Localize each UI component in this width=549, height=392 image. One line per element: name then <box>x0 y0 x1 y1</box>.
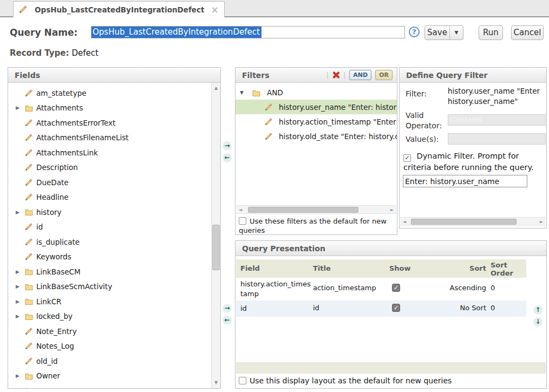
fields-tree-item[interactable]: Description <box>8 160 211 175</box>
fields-tree-item[interactable]: ▶Parent <box>8 383 211 388</box>
fields-tree-item[interactable]: ▶locked_by <box>8 309 211 324</box>
add-filter-button[interactable]: → <box>223 141 232 151</box>
layout-default-checkbox[interactable] <box>239 377 246 384</box>
fields-tree-item[interactable]: am_statetype <box>8 86 211 101</box>
layout-default-label: Use this display layout as the default f… <box>250 376 452 385</box>
fields-tree-item[interactable]: is_duplicate <box>8 234 211 250</box>
move-row-up-button[interactable]: ↑ <box>533 305 543 315</box>
scroll-up-icon[interactable]: ▲ <box>212 84 220 93</box>
fields-tree-item[interactable]: ▶Owner <box>8 369 211 384</box>
fields-scrollbar[interactable]: ▲ ▼ <box>211 83 220 388</box>
fields-tree-item[interactable]: id <box>8 220 211 235</box>
expand-icon[interactable]: ▶ <box>16 105 25 110</box>
filter-item[interactable]: history.action_timestamp "Enter: h <box>236 114 397 129</box>
filter-group-label: AND <box>267 88 283 97</box>
expand-icon[interactable]: ▶ <box>16 210 25 215</box>
presentation-panel-title: Query Presentation <box>242 244 325 253</box>
remove-display-field-button[interactable]: ← <box>223 316 232 325</box>
save-dropdown-icon[interactable]: ▼ <box>449 25 463 40</box>
prompt-text-input[interactable] <box>403 175 527 187</box>
define-hscrollbar[interactable]: ◄ ► <box>400 217 546 226</box>
scrollbar-thumb[interactable] <box>212 225 220 270</box>
fields-tree-item[interactable]: DueDate <box>8 175 211 190</box>
cancel-button[interactable]: Cancel <box>511 25 544 40</box>
table-row[interactable]: id id ✓ No Sort 0 <box>236 300 526 317</box>
add-display-field-button[interactable]: → <box>223 304 232 313</box>
fields-tree-item[interactable]: old_id <box>8 354 211 369</box>
filter-item-label: history.action_timestamp "Enter: h <box>279 117 397 126</box>
fields-tree-item[interactable]: AttachmentsErrorText <box>8 115 211 130</box>
fields-panel: Fields am_statetype▶AttachmentsAttachmen… <box>8 67 221 389</box>
expand-icon[interactable]: ▶ <box>16 269 25 275</box>
delete-filter-icon[interactable] <box>332 71 339 79</box>
scrollbar-thumb[interactable] <box>411 219 517 225</box>
scroll-left-icon[interactable]: ◄ <box>236 206 245 214</box>
fields-tree-item[interactable]: AttachmentsLink <box>8 145 211 160</box>
fields-tree-item[interactable]: AttachmentsFilenameList <box>8 130 211 146</box>
fields-tree-item[interactable]: Note_Entry <box>8 324 211 339</box>
filter-item[interactable]: history.user_name "Enter: history. <box>236 100 397 114</box>
pencil-icon <box>25 89 36 97</box>
table-row[interactable]: history.action_timestamp action_timestam… <box>236 278 526 300</box>
fields-tree-item[interactable]: Notes_Log <box>8 339 211 354</box>
run-button[interactable]: Run <box>479 25 503 40</box>
scroll-down-icon[interactable]: ▼ <box>212 378 220 387</box>
filters-default-checkbox[interactable] <box>239 217 246 225</box>
fields-tree-item[interactable]: Keywords <box>8 250 211 265</box>
filter-item[interactable]: history.old_state "Enter: history.ol <box>236 129 397 143</box>
scrollbar-thumb[interactable] <box>248 207 358 213</box>
dynamic-filter-checkbox[interactable]: ✓ <box>403 154 411 162</box>
pencil-icon <box>25 179 36 186</box>
remove-filter-button[interactable]: ← <box>223 153 232 162</box>
expand-icon[interactable]: ▶ <box>16 299 25 304</box>
save-button[interactable]: Save <box>424 25 450 40</box>
tab-close-icon[interactable]: × <box>211 6 218 14</box>
collapse-icon[interactable]: ▼ <box>240 90 249 95</box>
fields-tree-item[interactable]: ▶LinkBaseCM <box>8 264 211 279</box>
fields-tree-item[interactable]: Headline <box>8 190 211 205</box>
fields-tree-item-label: Attachments <box>36 103 83 112</box>
presentation-table-header: Field Title Show Sort Sort Order <box>236 259 526 278</box>
expand-icon[interactable]: ▶ <box>16 313 25 319</box>
scroll-left-icon[interactable]: ◄ <box>400 218 409 226</box>
filters-panel: Filters | | AND OR ▼ AND history.user_na… <box>235 67 397 235</box>
help-icon[interactable]: ? <box>409 27 420 37</box>
cell-sort[interactable]: No Sort <box>445 304 486 312</box>
filter-item-label: history.old_state "Enter: history.ol <box>279 132 397 141</box>
scroll-right-icon[interactable]: ► <box>388 206 396 214</box>
cell-sort-order[interactable]: 0 <box>491 284 495 292</box>
or-button[interactable]: OR <box>375 70 393 80</box>
fields-tree-item-label: Parent <box>36 387 60 388</box>
column-header-show[interactable]: Show <box>389 264 411 272</box>
fields-tree-item-label: Keywords <box>36 252 71 261</box>
column-header-title[interactable]: Title <box>313 264 331 272</box>
tab-query[interactable]: OpsHub_LastCreatedByIntegrationDefect × <box>13 1 225 17</box>
show-checkbox[interactable]: ✓ <box>392 304 400 312</box>
folder-icon <box>25 104 36 112</box>
fields-tree-item[interactable]: ▶LinkCR <box>8 294 211 309</box>
fields-tree-item[interactable]: ▶history <box>8 205 211 220</box>
expand-icon[interactable]: ▶ <box>16 284 25 289</box>
query-editor-window: OpsHub_LastCreatedByIntegrationDefect × … <box>0 0 549 392</box>
fields-tree-item-label: AttachmentsFilenameList <box>36 133 129 142</box>
column-header-sort[interactable]: Sort <box>445 264 486 272</box>
cell-sort-order[interactable]: 0 <box>491 304 495 312</box>
expand-icon[interactable]: ▶ <box>16 373 25 378</box>
pencil-icon <box>25 328 36 335</box>
column-header-field[interactable]: Field <box>240 264 260 272</box>
folder-icon <box>25 298 36 305</box>
filters-panel-header: Filters | | AND OR <box>236 68 397 83</box>
scroll-right-icon[interactable]: ► <box>537 218 546 226</box>
folder-icon <box>25 373 36 380</box>
filters-hscrollbar[interactable]: ◄ ► <box>236 205 396 214</box>
and-button[interactable]: AND <box>349 70 371 80</box>
query-name-input[interactable]: OpsHub_LastCreatedByIntegrationDefect <box>91 26 405 38</box>
show-checkbox[interactable]: ✓ <box>392 284 400 292</box>
fields-tree-item[interactable]: ▶LinkBaseScmActivity <box>8 279 211 295</box>
move-row-down-button[interactable]: ↓ <box>533 317 543 326</box>
cell-sort[interactable]: Ascending <box>445 284 486 292</box>
filter-group-and[interactable]: ▼ AND <box>236 86 397 100</box>
column-header-sort-order[interactable]: Sort Order <box>491 261 522 277</box>
fields-tree-item-label: LinkCR <box>36 297 61 306</box>
fields-tree-item[interactable]: ▶Attachments <box>8 101 211 116</box>
